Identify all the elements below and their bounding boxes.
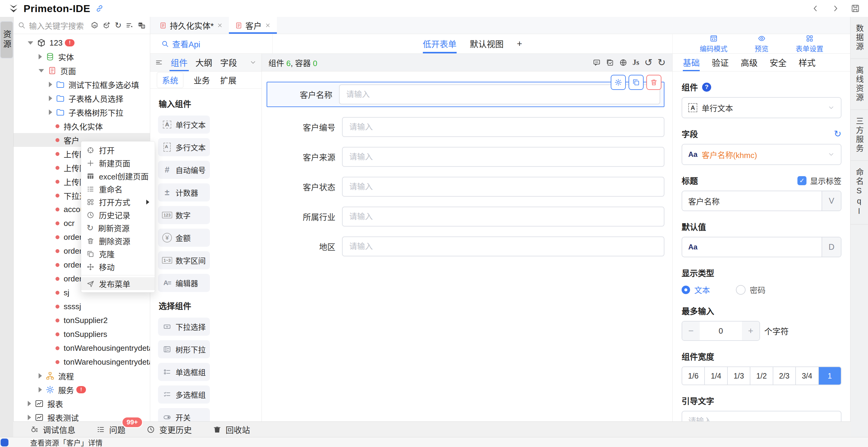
field-input[interactable] (342, 147, 664, 167)
problems-button[interactable]: 问题 99+ (96, 424, 125, 436)
field-input[interactable] (342, 236, 664, 257)
tree-item-page[interactable]: 持久化实体 (13, 119, 150, 133)
subtab-system[interactable]: 系统 (157, 72, 183, 88)
sync-icon[interactable]: ↻ (834, 129, 841, 139)
stepper-value[interactable]: 0 (700, 322, 742, 340)
variable-suffix-button[interactable]: V (822, 191, 841, 211)
palette-item-tree-dropdown[interactable]: 树形下拉 (158, 340, 210, 358)
palette-tab-components[interactable]: 组件 (171, 54, 188, 71)
sort-icon[interactable] (125, 22, 134, 30)
expand-icon[interactable] (28, 415, 31, 420)
subtab-extension[interactable]: 扩展 (220, 74, 237, 86)
editor-tab-persistent-entity[interactable]: 持久化实体* (153, 17, 229, 34)
view-api-link[interactable]: 查看Api (150, 34, 273, 53)
back-icon[interactable] (811, 4, 820, 13)
right-tab-named-sql[interactable]: 命名Sql (850, 161, 868, 225)
field-input[interactable] (342, 117, 664, 137)
expand-icon[interactable] (39, 54, 42, 59)
palette-item-number-range[interactable]: 1~3数字区间 (158, 251, 210, 269)
recycle-bin-button[interactable]: 回收站 (213, 424, 250, 436)
width-option[interactable]: 1/3 (728, 367, 750, 385)
palette-item-auto-number[interactable]: #自动编号 (158, 161, 210, 179)
editor-tab-customer[interactable]: 客户 (229, 17, 277, 34)
tree-item-processes[interactable]: 流程 (13, 369, 150, 383)
palette-item-radio-group[interactable]: 单选框组 (158, 363, 210, 381)
field-input[interactable] (342, 177, 664, 197)
inspector-tab-security[interactable]: 安全 (770, 54, 786, 71)
field-copy-button[interactable] (628, 75, 644, 90)
palette-item-multi-line-text[interactable]: A多行文本 (158, 138, 210, 156)
palette-tab-fields[interactable]: 字段 (220, 54, 237, 71)
menu-item-publish-menu[interactable]: 发布菜单 (81, 277, 155, 290)
stepper-minus-button[interactable]: − (682, 322, 700, 340)
form-settings-button[interactable]: 表单设置 (796, 34, 824, 53)
view-tab-lowcode-form[interactable]: 低开表单 (423, 34, 457, 53)
field-customer-status[interactable]: 客户状态 (267, 177, 664, 197)
canvas-body[interactable]: 客户名称 客户编号 客户来源 客户状态 (262, 71, 672, 422)
copy-check-icon[interactable] (606, 59, 614, 67)
palette-item-dropdown-select[interactable]: 下拉选择 (158, 318, 210, 336)
change-history-button[interactable]: 变更历史 (147, 424, 192, 436)
title-input[interactable] (682, 191, 822, 211)
ai-icon[interactable]: AI (91, 22, 99, 30)
close-icon[interactable] (217, 22, 223, 28)
expand-icon[interactable] (49, 82, 52, 87)
menu-item-history[interactable]: 历史记录 (81, 208, 155, 221)
palette-item-counter[interactable]: ±计数器 (158, 183, 210, 202)
palette-item-switch[interactable]: 开关 (158, 408, 210, 422)
width-option[interactable]: 3/4 (796, 367, 818, 385)
menu-item-open-with[interactable]: 打开方式 (81, 196, 155, 208)
comment-icon[interactable] (593, 59, 601, 67)
right-tab-offline-resources[interactable]: 离线资源 (850, 59, 868, 110)
palette-tab-outline[interactable]: 大纲 (195, 54, 212, 71)
menu-item-clone[interactable]: 克隆 (81, 247, 155, 260)
chevron-down-icon[interactable] (249, 59, 257, 66)
palette-item-checkbox-group[interactable]: 多选框组 (158, 385, 210, 404)
tree-item-page[interactable]: tonSuppliers (13, 327, 150, 341)
code-mode-button[interactable]: 编码模式 (700, 34, 727, 53)
right-tab-third-party-services[interactable]: 三方服务 (850, 110, 868, 161)
field-binding-select[interactable]: Aa 客户名称(khmc) (682, 144, 841, 165)
menu-item-rename[interactable]: 重命名 (81, 182, 155, 196)
menu-item-excel-create-page[interactable]: excel创建页面 (81, 170, 155, 182)
expand-icon[interactable] (39, 387, 42, 392)
width-option[interactable]: 1/6 (682, 367, 705, 385)
menu-item-new-page[interactable]: 新建页面 (81, 156, 155, 170)
component-type-select[interactable]: A 单行文本 (682, 97, 841, 118)
stepper-plus-button[interactable]: + (742, 322, 760, 340)
tree-item-entities[interactable]: 实体 (13, 50, 150, 64)
tree-item-services[interactable]: 服务! (13, 383, 150, 397)
translate-icon[interactable]: En文 (137, 22, 146, 30)
close-icon[interactable] (265, 22, 271, 28)
field-input[interactable] (342, 207, 664, 227)
collapse-panel-icon[interactable] (155, 59, 163, 66)
collapse-icon[interactable] (39, 69, 44, 72)
globe-icon[interactable] (619, 59, 627, 67)
tree-item-folder[interactable]: 子表格人员选择 (13, 91, 150, 105)
save-icon[interactable] (850, 4, 860, 13)
palette-item-amount[interactable]: ¥金额 (158, 229, 210, 247)
new-resource-icon[interactable] (102, 22, 111, 30)
width-option[interactable]: 1/2 (750, 367, 773, 385)
view-tab-default-view[interactable]: 默认视图 (470, 34, 504, 53)
js-icon[interactable]: Js (632, 58, 639, 67)
expand-icon[interactable] (49, 110, 52, 115)
menu-item-refresh-resource[interactable]: ↻刷新资源 (81, 221, 155, 234)
tree-item-pages[interactable]: 页面 (13, 64, 150, 78)
tree-item-folder[interactable]: 测试下拉框多选必填 (13, 78, 150, 91)
link-icon[interactable] (95, 4, 104, 13)
width-option[interactable]: 1/4 (705, 367, 727, 385)
redo-icon[interactable]: ↻ (657, 58, 665, 67)
expand-icon[interactable] (39, 373, 42, 379)
width-option[interactable]: 2/3 (773, 367, 796, 385)
collapse-icon[interactable] (28, 41, 33, 44)
refresh-icon[interactable]: ↻ (115, 21, 122, 30)
help-icon[interactable]: ? (702, 83, 711, 92)
undo-icon[interactable]: ↺ (644, 58, 652, 67)
field-industry[interactable]: 所属行业 (267, 207, 664, 227)
sidebar-tab-resources[interactable]: 资源 (0, 21, 13, 59)
tree-item-page[interactable]: tonWarehousingentrydetails (13, 341, 150, 355)
guide-text-input[interactable] (682, 411, 841, 422)
search-input[interactable]: 输入关键字搜索 (29, 20, 88, 31)
menu-item-move[interactable]: 移动 (81, 260, 155, 273)
